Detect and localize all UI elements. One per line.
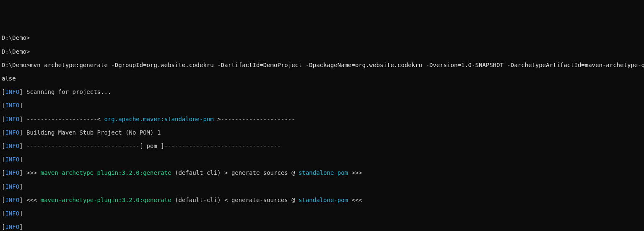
terminal-output[interactable]: D:\Demo> D:\Demo> D:\Demo>mvn archetype:… [2, 28, 642, 231]
command-text: alse [2, 75, 16, 82]
prompt: D:\Demo> [2, 62, 30, 68]
info-tag: INFO [5, 156, 19, 163]
info-tag: INFO [5, 143, 19, 149]
info-tag: INFO [5, 102, 19, 109]
prompt: D:\Demo> [2, 34, 30, 41]
log-line: [INFO] [2, 102, 642, 109]
info-tag: INFO [5, 197, 19, 203]
command-text: mvn archetype:generate -DgroupId=org.web… [30, 62, 644, 68]
plugin-goal: maven-archetype-plugin:3.2.0:generate [41, 169, 171, 176]
info-tag: INFO [5, 169, 19, 176]
separator: --------------------< [26, 116, 104, 122]
log-text: Scanning for projects... [26, 88, 111, 95]
log-line: [INFO] [2, 210, 642, 217]
log-line: [INFO] --------------------------------[… [2, 143, 642, 149]
artifact-ref: standalone-pom [299, 169, 348, 176]
log-line: [INFO] Scanning for projects... [2, 88, 642, 95]
log-line: [INFO] [2, 223, 642, 230]
info-tag: INFO [5, 88, 19, 95]
info-tag: INFO [5, 210, 19, 217]
log-line: [INFO] [2, 156, 642, 163]
artifact-ref: standalone-pom [299, 197, 348, 203]
plugin-goal: maven-archetype-plugin:3.2.0:generate [41, 197, 171, 203]
separator: --------------------------------[ pom ]-… [26, 143, 281, 149]
log-line: [INFO] [2, 183, 642, 190]
prompt: D:\Demo> [2, 48, 30, 55]
log-line: [INFO] Building Maven Stub Project (No P… [2, 129, 642, 136]
info-tag: INFO [5, 129, 19, 136]
log-line: [INFO] >>> maven-archetype-plugin:3.2.0:… [2, 169, 642, 176]
log-line: [INFO] --------------------< org.apache.… [2, 116, 642, 122]
command-wrap: alse [2, 75, 642, 82]
log-text: Building Maven Stub Project (No POM) 1 [26, 129, 161, 136]
log-line: [INFO] <<< maven-archetype-plugin:3.2.0:… [2, 197, 642, 203]
separator: >--------------------- [214, 116, 295, 122]
prompt-line: D:\Demo> [2, 34, 642, 41]
info-tag: INFO [5, 223, 19, 230]
command-line: D:\Demo>mvn archetype:generate -DgroupId… [2, 62, 642, 68]
prompt-line: D:\Demo> [2, 48, 642, 55]
info-tag: INFO [5, 183, 19, 190]
artifact-ref: org.apache.maven:standalone-pom [104, 116, 213, 122]
info-tag: INFO [5, 116, 19, 122]
